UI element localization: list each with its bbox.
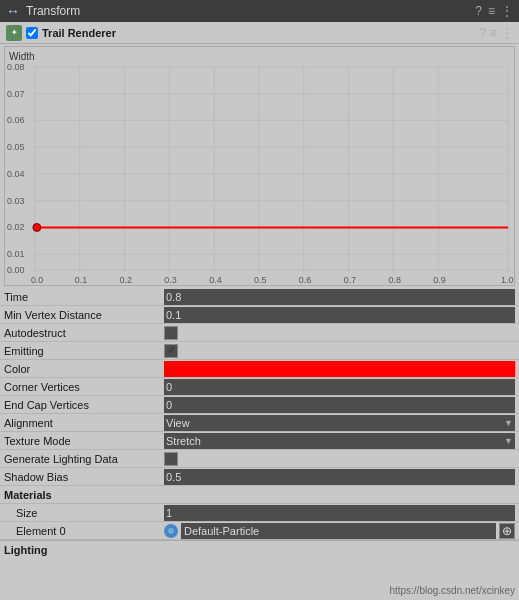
alignment-arrow: ▼ bbox=[504, 418, 513, 428]
end-cap-vertices-value[interactable] bbox=[164, 397, 515, 413]
shadow-bias-label: Shadow Bias bbox=[4, 471, 164, 483]
svg-text:0.05: 0.05 bbox=[7, 142, 24, 152]
svg-text:0.00: 0.00 bbox=[7, 265, 24, 275]
properties-area: Time Min Vertex Distance Autodestruct Em… bbox=[0, 288, 519, 486]
color-label: Color bbox=[4, 363, 164, 375]
materials-label: Materials bbox=[4, 489, 164, 501]
time-label: Time bbox=[4, 291, 164, 303]
materials-section: Materials Size Element 0 ⊙ Default-Parti… bbox=[0, 486, 519, 540]
prop-color: Color bbox=[0, 360, 519, 378]
prop-time: Time bbox=[0, 288, 519, 306]
alignment-value[interactable]: View ▼ bbox=[164, 415, 515, 431]
alignment-label: Alignment bbox=[4, 417, 164, 429]
svg-text:0.07: 0.07 bbox=[7, 89, 24, 99]
svg-text:0.6: 0.6 bbox=[299, 275, 311, 285]
trail-renderer-checkbox[interactable] bbox=[26, 27, 38, 39]
svg-text:0.08: 0.08 bbox=[7, 62, 24, 72]
svg-text:0.0: 0.0 bbox=[31, 275, 43, 285]
emitting-label: Emitting bbox=[4, 345, 164, 357]
materials-size-row: Size bbox=[0, 504, 519, 522]
svg-text:0.4: 0.4 bbox=[209, 275, 221, 285]
svg-text:0.7: 0.7 bbox=[344, 275, 356, 285]
texture-mode-dropdown[interactable]: Stretch ▼ bbox=[164, 433, 515, 449]
curve-editor[interactable]: Width 0.08 0.07 0.06 0.05 0.04 0.03 0.02… bbox=[4, 46, 515, 286]
corner-vertices-input[interactable] bbox=[164, 379, 515, 395]
materials-size-value[interactable] bbox=[164, 505, 515, 521]
texture-mode-arrow: ▼ bbox=[504, 436, 513, 446]
prop-texture-mode: Texture Mode Stretch ▼ bbox=[0, 432, 519, 450]
more-icon[interactable]: ⋮ bbox=[501, 4, 513, 18]
emitting-value: ✓ bbox=[164, 344, 515, 358]
curve-grid: 0.08 0.07 0.06 0.05 0.04 0.03 0.02 0.01 … bbox=[5, 47, 514, 285]
texture-mode-label: Texture Mode bbox=[4, 435, 164, 447]
svg-text:0.2: 0.2 bbox=[120, 275, 132, 285]
color-swatch[interactable] bbox=[164, 361, 515, 377]
transform-icon: ↔ bbox=[6, 3, 20, 19]
generate-lighting-checkbox[interactable] bbox=[164, 452, 178, 466]
prop-alignment: Alignment View ▼ bbox=[0, 414, 519, 432]
prop-corner-vertices: Corner Vertices bbox=[0, 378, 519, 396]
materials-size-input[interactable] bbox=[164, 505, 515, 521]
trail-help-icon[interactable]: ? bbox=[479, 26, 486, 40]
end-cap-vertices-input[interactable] bbox=[164, 397, 515, 413]
trail-icon: ✦ bbox=[6, 25, 22, 41]
svg-text:0.9: 0.9 bbox=[433, 275, 445, 285]
svg-text:0.8: 0.8 bbox=[388, 275, 400, 285]
texture-mode-option: Stretch bbox=[166, 435, 201, 447]
element-label: Element 0 bbox=[4, 525, 164, 537]
min-vertex-input[interactable] bbox=[164, 307, 515, 323]
autodestruct-checkbox[interactable] bbox=[164, 326, 178, 340]
add-element-button[interactable]: ⊕ bbox=[499, 523, 515, 539]
end-cap-vertices-label: End Cap Vertices bbox=[4, 399, 164, 411]
autodestruct-label: Autodestruct bbox=[4, 327, 164, 339]
svg-text:0.01: 0.01 bbox=[7, 249, 24, 259]
prop-generate-lighting: Generate Lighting Data bbox=[0, 450, 519, 468]
svg-text:0.04: 0.04 bbox=[7, 169, 24, 179]
trail-renderer-header: ✦ Trail Renderer ? ≡ ⋮ bbox=[0, 22, 519, 44]
trail-more-icon[interactable]: ⋮ bbox=[501, 26, 513, 40]
svg-text:0.1: 0.1 bbox=[75, 275, 87, 285]
element-value: ⊙ Default-Particle ⊕ bbox=[164, 523, 515, 539]
alignment-option: View bbox=[166, 417, 190, 429]
lighting-section: Lighting bbox=[0, 540, 519, 558]
prop-emitting: Emitting ✓ bbox=[0, 342, 519, 360]
settings-icon[interactable]: ≡ bbox=[488, 4, 495, 18]
shadow-bias-value[interactable] bbox=[164, 469, 515, 485]
help-icon[interactable]: ? bbox=[475, 4, 482, 18]
corner-vertices-value[interactable] bbox=[164, 379, 515, 395]
corner-vertices-label: Corner Vertices bbox=[4, 381, 164, 393]
svg-text:1.0: 1.0 bbox=[501, 275, 513, 285]
alignment-dropdown[interactable]: View ▼ bbox=[164, 415, 515, 431]
min-vertex-label: Min Vertex Distance bbox=[4, 309, 164, 321]
svg-text:0.5: 0.5 bbox=[254, 275, 266, 285]
emitting-checkbox[interactable]: ✓ bbox=[164, 344, 178, 358]
header-title: Transform bbox=[26, 4, 469, 18]
svg-text:0.3: 0.3 bbox=[164, 275, 176, 285]
header-bar: ↔ Transform ? ≡ ⋮ bbox=[0, 0, 519, 22]
prop-shadow-bias: Shadow Bias bbox=[0, 468, 519, 486]
svg-text:0.02: 0.02 bbox=[7, 222, 24, 232]
color-value[interactable] bbox=[164, 361, 515, 377]
materials-size-label: Size bbox=[4, 507, 164, 519]
time-input[interactable] bbox=[164, 289, 515, 305]
svg-point-41 bbox=[33, 224, 41, 232]
prop-autodestruct: Autodestruct bbox=[0, 324, 519, 342]
particle-icon: ⊙ bbox=[164, 524, 178, 538]
materials-element-row: Element 0 ⊙ Default-Particle ⊕ bbox=[0, 522, 519, 540]
svg-text:0.03: 0.03 bbox=[7, 196, 24, 206]
time-value[interactable] bbox=[164, 289, 515, 305]
generate-lighting-value bbox=[164, 452, 515, 466]
min-vertex-value[interactable] bbox=[164, 307, 515, 323]
shadow-bias-input[interactable] bbox=[164, 469, 515, 485]
generate-lighting-label: Generate Lighting Data bbox=[4, 453, 164, 465]
trail-settings-icon[interactable]: ≡ bbox=[490, 26, 497, 40]
trail-renderer-title: Trail Renderer bbox=[42, 27, 475, 39]
texture-mode-value[interactable]: Stretch ▼ bbox=[164, 433, 515, 449]
lighting-label: Lighting bbox=[4, 544, 47, 556]
curve-svg: 0.08 0.07 0.06 0.05 0.04 0.03 0.02 0.01 … bbox=[5, 47, 514, 285]
svg-text:0.06: 0.06 bbox=[7, 115, 24, 125]
autodestruct-value bbox=[164, 326, 515, 340]
materials-header-row: Materials bbox=[0, 486, 519, 504]
particle-text: Default-Particle bbox=[181, 523, 496, 539]
prop-end-cap-vertices: End Cap Vertices bbox=[0, 396, 519, 414]
